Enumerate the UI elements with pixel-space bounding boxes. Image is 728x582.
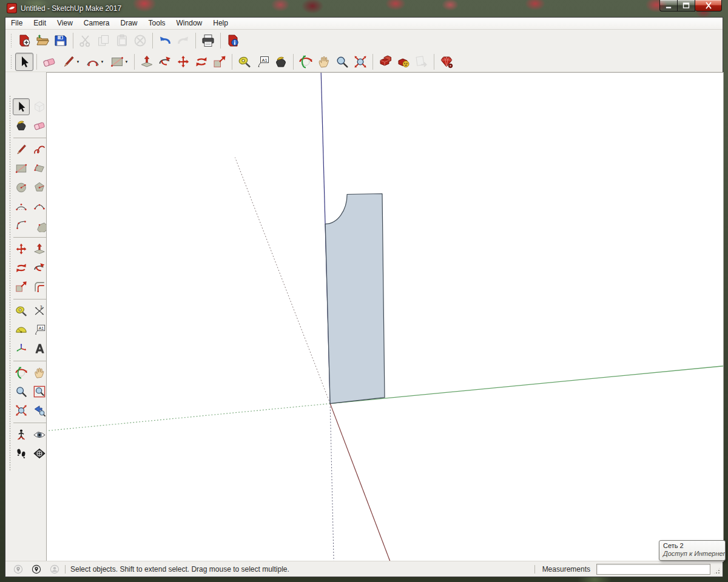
protractor-button[interactable]	[13, 321, 30, 338]
menu-draw[interactable]: Draw	[115, 18, 143, 29]
arc-2pt-icon	[33, 199, 46, 213]
paint-bucket-button[interactable]	[13, 117, 30, 134]
3d-text-button[interactable]	[31, 340, 48, 357]
text-button[interactable]: A1	[254, 53, 272, 71]
zoom-window-button[interactable]	[31, 383, 48, 400]
paint-bucket-button[interactable]	[272, 53, 290, 71]
title-bar[interactable]: Untitled - SketchUp Make 2017	[0, 0, 728, 17]
copy-button[interactable]	[95, 32, 113, 50]
menu-tools[interactable]: Tools	[143, 18, 171, 29]
help-icon[interactable]	[31, 564, 42, 575]
freehand-button[interactable]	[31, 141, 48, 158]
minimize-button[interactable]	[659, 0, 678, 12]
menu-view[interactable]: View	[52, 18, 78, 29]
undo-button[interactable]	[156, 32, 174, 50]
make-component-button[interactable]	[31, 98, 48, 115]
select-button[interactable]	[15, 53, 33, 71]
cut-button[interactable]	[76, 32, 95, 50]
toolbar-grip[interactable]	[9, 95, 11, 471]
two-point-arc-button[interactable]	[31, 198, 48, 215]
menu-camera[interactable]: Camera	[78, 18, 115, 29]
resize-grip[interactable]	[713, 567, 721, 575]
axes-button[interactable]	[13, 340, 30, 357]
circle-button[interactable]	[13, 179, 30, 196]
move-button[interactable]	[174, 53, 192, 71]
measurements-input[interactable]	[596, 564, 710, 575]
dropdown-caret-icon[interactable]: ▼	[125, 60, 129, 64]
model-face[interactable]	[325, 194, 385, 404]
share-model-button[interactable]	[413, 53, 431, 71]
freehand-icon	[33, 142, 46, 157]
orbit-button[interactable]	[13, 364, 30, 381]
account-icon[interactable]	[49, 564, 60, 575]
3d-warehouse-button[interactable]	[376, 53, 394, 71]
rotate-button[interactable]	[13, 259, 30, 276]
follow-me-button[interactable]	[31, 259, 48, 276]
shapes-button[interactable]: ▼	[107, 53, 131, 71]
menu-file[interactable]: File	[5, 18, 28, 29]
scale-button[interactable]	[13, 278, 30, 295]
walk-button[interactable]	[13, 445, 30, 462]
orbit-button[interactable]	[297, 53, 315, 71]
zoom-extents-button[interactable]	[13, 402, 30, 419]
pan-button[interactable]	[315, 53, 333, 71]
polygon-button[interactable]	[31, 179, 48, 196]
pie-button[interactable]	[31, 216, 48, 233]
line-button[interactable]: ▼	[58, 53, 83, 71]
toolbar-grip[interactable]	[10, 33, 12, 48]
toolbar-separator	[293, 54, 294, 70]
tape-measure-button[interactable]	[235, 53, 254, 71]
rectangle-button[interactable]	[13, 160, 30, 177]
open-button[interactable]	[33, 32, 52, 50]
geolocation-icon[interactable]	[13, 564, 24, 575]
rotated-rectangle-button[interactable]	[31, 160, 48, 177]
move-arrows-icon	[176, 55, 190, 69]
dimensions-button[interactable]: 3	[31, 303, 48, 319]
close-button[interactable]	[695, 0, 722, 12]
new-button[interactable]	[15, 32, 33, 50]
offset-button[interactable]	[31, 278, 48, 295]
extension-manager-button[interactable]	[437, 53, 456, 71]
push-pull-button[interactable]	[31, 241, 48, 258]
eraser-button[interactable]	[31, 117, 48, 134]
text-button[interactable]: A1	[31, 321, 48, 338]
follow-me-button[interactable]	[156, 53, 174, 71]
extension-warehouse-button[interactable]	[394, 53, 413, 71]
menu-edit[interactable]: Edit	[28, 18, 52, 29]
menu-window[interactable]: Window	[171, 18, 208, 29]
three-point-arc-button[interactable]	[13, 216, 30, 233]
section-plane-button[interactable]	[31, 445, 48, 462]
zoom-extents-button[interactable]	[351, 53, 369, 71]
move-button[interactable]	[13, 241, 30, 258]
arcs-button[interactable]: ▼	[83, 53, 107, 71]
erase-button[interactable]	[131, 32, 149, 50]
select-button[interactable]	[13, 98, 30, 115]
modeling-canvas[interactable]	[46, 72, 724, 562]
print-button[interactable]	[199, 32, 217, 50]
look-around-button[interactable]	[31, 426, 48, 443]
zoom-button[interactable]	[333, 53, 351, 71]
push-pull-button[interactable]	[138, 53, 156, 71]
zoom-button[interactable]	[13, 383, 30, 400]
eraser-button[interactable]	[40, 53, 58, 71]
rotate-button[interactable]	[192, 53, 211, 71]
line-button[interactable]	[13, 141, 30, 158]
scale-button[interactable]	[211, 53, 229, 71]
paste-button[interactable]	[113, 32, 131, 50]
menu-help[interactable]: Help	[207, 18, 234, 29]
position-camera-button[interactable]	[13, 426, 30, 443]
tape-measure-button[interactable]	[13, 303, 30, 319]
model-info-button[interactable]	[224, 32, 242, 50]
zoom-previous-button[interactable]	[31, 402, 48, 419]
network-status: Доступ к Интернету	[663, 550, 721, 558]
pan-button[interactable]	[31, 364, 48, 381]
save-button[interactable]	[52, 32, 70, 50]
status-hint: Select objects. Shift to extend select. …	[70, 565, 289, 574]
dropdown-caret-icon[interactable]: ▼	[76, 60, 80, 64]
dropdown-caret-icon[interactable]: ▼	[101, 60, 104, 64]
maximize-button[interactable]	[678, 0, 695, 12]
toolbar-grip[interactable]	[10, 55, 12, 69]
arc-button[interactable]	[13, 198, 30, 215]
rotated-rectangle-icon	[33, 161, 46, 176]
redo-button[interactable]	[174, 32, 192, 50]
